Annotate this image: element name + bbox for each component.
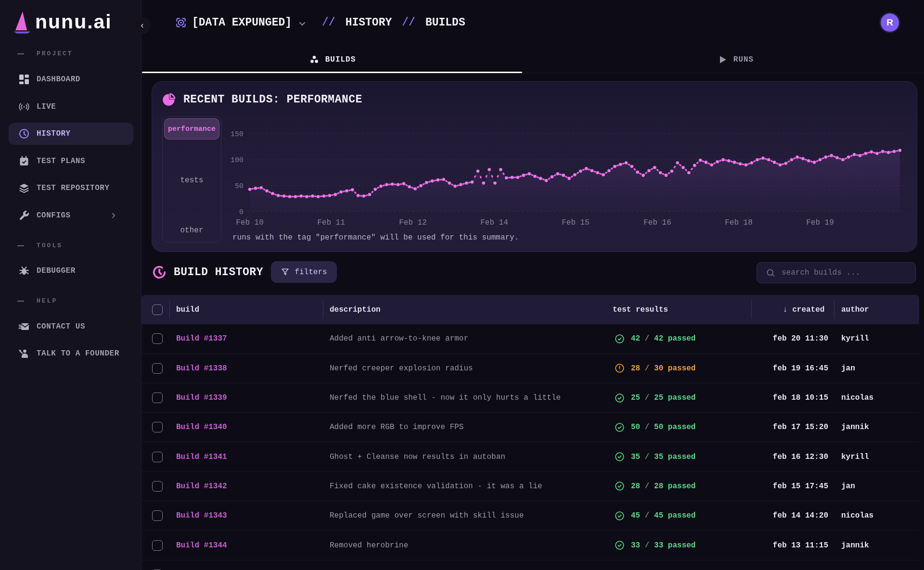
svg-text:100: 100 [231, 156, 244, 165]
svg-text:Feb 11: Feb 11 [317, 218, 345, 227]
svg-text:Feb 12: Feb 12 [399, 218, 427, 227]
svg-text:150: 150 [231, 130, 244, 139]
svg-text:Feb 18: Feb 18 [725, 218, 753, 227]
svg-text:Feb 10: Feb 10 [236, 218, 264, 227]
svg-text:Feb 15: Feb 15 [562, 218, 590, 227]
svg-text:Feb 19: Feb 19 [806, 218, 834, 227]
svg-text:0: 0 [239, 208, 244, 216]
svg-text:Feb 16: Feb 16 [643, 218, 671, 227]
svg-text:50: 50 [235, 182, 244, 190]
svg-text:Feb 14: Feb 14 [480, 218, 508, 227]
